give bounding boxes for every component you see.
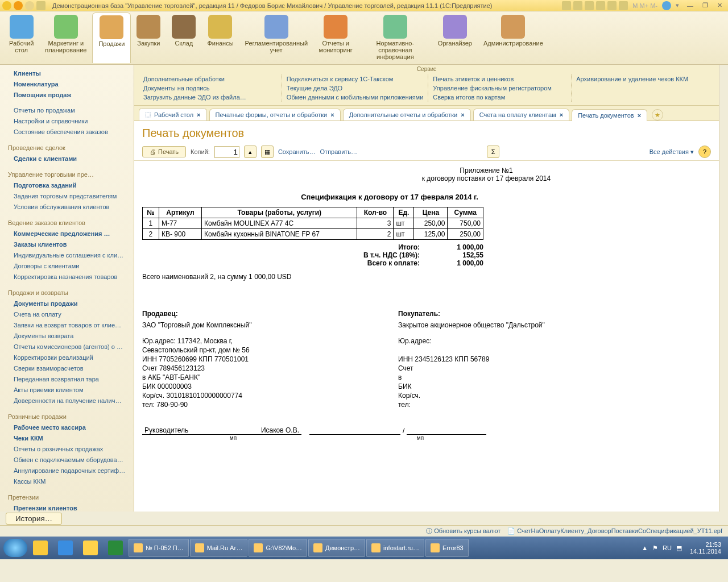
sidebar-item[interactable]: Сделки с клиентами	[0, 153, 134, 164]
tab-close-icon[interactable]: ×	[461, 111, 464, 118]
sidebar-item[interactable]: Документы возврата	[0, 331, 134, 342]
tab[interactable]: Печатные формы, отчеты и обработки×	[209, 109, 341, 120]
system-tray[interactable]: ▲ ⚑ RU ⬒ 21:5314.11.2014	[642, 541, 725, 555]
sidebar-item[interactable]: Условия обслуживания клиентов	[0, 202, 134, 213]
print-button[interactable]: 🖨 Печать	[142, 146, 186, 157]
flag-icon[interactable]: ⚑	[652, 544, 658, 552]
sidebar-item[interactable]: Клиенты	[0, 68, 134, 79]
tray-icon[interactable]: ⬒	[676, 544, 682, 552]
tab-close-icon[interactable]: ×	[560, 111, 563, 118]
sidebar-item[interactable]: Претензии клиентов	[0, 503, 134, 512]
ribbon-section[interactable]: Маркетинг ипланирование	[39, 13, 92, 63]
taskbar-task[interactable]: Демонстр…	[308, 539, 365, 557]
help-icon[interactable]	[662, 1, 671, 10]
pinned-app[interactable]	[28, 539, 52, 557]
sidebar-item[interactable]: Номенклатура	[0, 79, 134, 90]
tab[interactable]: ⬚Рабочий стол×	[139, 108, 207, 120]
ribbon-section[interactable]: Закупки	[131, 13, 166, 63]
history-button[interactable]: История…	[6, 513, 62, 525]
sidebar-item[interactable]: Заказы клиентов	[0, 239, 134, 250]
sidebar-item[interactable]: Настройки и справочники	[0, 116, 134, 127]
taskbar-task[interactable]: № П-052 П…	[129, 539, 189, 557]
sidebar-item[interactable]: Помощник продаж	[0, 90, 134, 101]
sidebar-item[interactable]: Задания торговым представителям	[0, 191, 134, 202]
sidebar-item[interactable]: Отчеты по продажам	[0, 105, 134, 116]
service-link[interactable]: Документы на подпись	[143, 84, 277, 93]
sidebar-item[interactable]: Чеки ККМ	[0, 433, 134, 444]
sidebar-item[interactable]: Рабочее место кассира	[0, 422, 134, 433]
help-icon[interactable]: ?	[698, 146, 711, 158]
tab-close-icon[interactable]: ×	[330, 111, 334, 118]
sidebar-item[interactable]: Документы продажи	[0, 298, 134, 309]
ribbon-section[interactable]: Продажи	[92, 13, 131, 63]
copies-stepper[interactable]: ▴	[244, 146, 257, 158]
ribbon-section[interactable]: Регламентированныйучет	[239, 13, 313, 63]
calendar-icon[interactable]	[619, 1, 628, 10]
send-button[interactable]: Отправить…	[320, 148, 358, 155]
ribbon-section[interactable]: Склад	[166, 13, 201, 63]
taskbar-task[interactable]: infostart.ru…	[366, 539, 424, 557]
service-link[interactable]: Печать этикеток и ценников	[433, 74, 566, 84]
sidebar-item[interactable]: Счета на оплату	[0, 309, 134, 320]
sidebar-item[interactable]: Договоры с клиентами	[0, 261, 134, 272]
m-buttons[interactable]: M M+ M-	[630, 2, 660, 9]
minimize-button[interactable]: —	[684, 2, 697, 9]
fav-icon[interactable]	[36, 1, 46, 10]
tool-icon[interactable]	[607, 1, 617, 10]
sum-button[interactable]: Σ	[487, 146, 499, 158]
service-link[interactable]: Обмен данными с мобильными приложениями	[287, 93, 423, 102]
clock[interactable]: 21:5314.11.2014	[686, 541, 725, 555]
ribbon-section[interactable]: Администрирование	[478, 13, 549, 63]
pinned-app[interactable]	[104, 539, 127, 557]
sidebar-item[interactable]: Переданная возвратная тара	[0, 374, 134, 385]
sidebar-item[interactable]: Доверенности на получение налич…	[0, 396, 134, 406]
service-link[interactable]: Сверка итогов по картам	[433, 93, 566, 102]
sidebar-item[interactable]: Заявки на возврат товаров от клие…	[0, 320, 134, 331]
sidebar-item[interactable]: Подготовка заданий	[0, 180, 134, 191]
pinned-app[interactable]	[53, 539, 77, 557]
ribbon-section[interactable]: Отчеты имониторинг	[313, 13, 358, 63]
favorite-icon[interactable]: ★	[652, 109, 663, 120]
ribbon-section[interactable]: Органайзер	[432, 13, 478, 63]
nav-back-icon[interactable]	[14, 1, 23, 10]
sidebar-item[interactable]: Кассы ККМ	[0, 476, 134, 487]
document-viewport[interactable]: Приложение №1 к договору поставки от 17 …	[134, 161, 719, 512]
nav-fwd-icon[interactable]	[25, 1, 34, 10]
sidebar-item[interactable]: Отчеты о розничных продажах	[0, 444, 134, 455]
tool-icon[interactable]	[596, 1, 605, 10]
tool-icon[interactable]	[585, 1, 594, 10]
service-link[interactable]: Подключиться к сервису 1С-Такском	[287, 74, 423, 84]
sidebar-item[interactable]: Корректировка назначения товаров	[0, 272, 134, 282]
all-actions-button[interactable]: Все действия ▾	[650, 148, 694, 156]
start-button[interactable]	[3, 539, 27, 557]
service-link[interactable]: Архивирование и удаление чеков ККМ	[576, 74, 710, 84]
taskbar-task[interactable]: Error83	[425, 539, 469, 557]
sidebar-item[interactable]: Акты приемки клиентом	[0, 385, 134, 396]
service-link[interactable]: Управление фискальным регистратором	[433, 84, 566, 93]
service-link[interactable]: Текущие дела ЭДО	[287, 84, 423, 93]
sidebar-item[interactable]: Обмен с подключаемым оборудова…	[0, 455, 134, 465]
ribbon-section[interactable]: Финансы	[201, 13, 239, 63]
sidebar-item[interactable]: Коммерческие предложения …	[0, 228, 134, 239]
tab-close-icon[interactable]: ×	[197, 111, 200, 118]
dropdown-icon[interactable]: ▾	[673, 2, 681, 9]
template-button[interactable]: ▦	[261, 146, 274, 158]
tab[interactable]: Дополнительные отчеты и обработки×	[343, 109, 471, 120]
service-link[interactable]: Дополнительные обработки	[143, 74, 277, 84]
taskbar-task[interactable]: G:\V82\Mo…	[249, 539, 307, 557]
ribbon-section[interactable]: Рабочийстол	[3, 13, 39, 63]
tool-icon[interactable]	[562, 1, 571, 10]
maximize-button[interactable]: ❐	[699, 2, 712, 9]
tab-close-icon[interactable]: ×	[638, 112, 641, 119]
sidebar-item[interactable]: Состояние обеспечения заказов	[0, 127, 134, 138]
tab[interactable]: Счета на оплату клиентам×	[473, 109, 569, 120]
lang-indicator[interactable]: RU	[663, 544, 672, 551]
refresh-rates-link[interactable]: ⓘ Обновить курсы валют	[426, 527, 500, 535]
tool-icon[interactable]	[573, 1, 582, 10]
close-button[interactable]: ✕	[714, 2, 726, 9]
service-link[interactable]: Загрузить данные ЭДО из файла…	[143, 93, 277, 102]
taskbar-task[interactable]: Mail.Ru Аг…	[190, 539, 248, 557]
sidebar-item[interactable]: Отчеты комиссионеров (агентов) о …	[0, 342, 134, 352]
copies-input[interactable]	[214, 146, 239, 158]
tab[interactable]: Печать документов×	[572, 109, 647, 121]
